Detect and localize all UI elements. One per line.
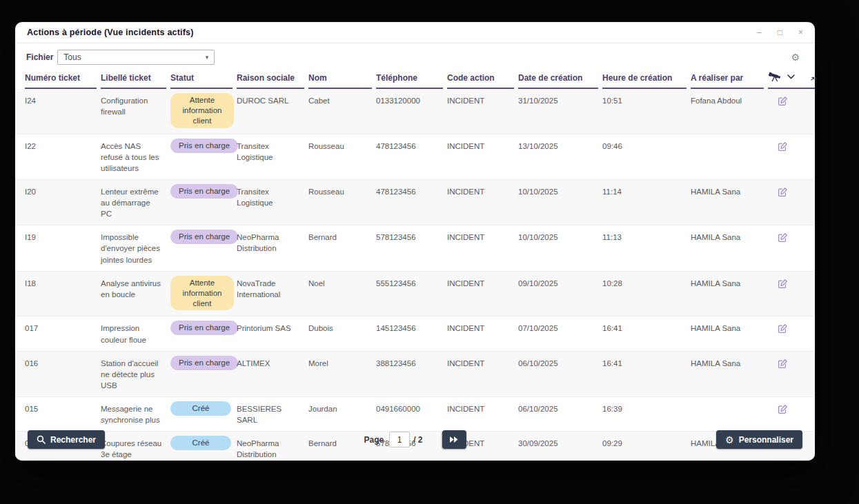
- edit-button[interactable]: [768, 397, 815, 414]
- minimize-icon[interactable]: –: [757, 28, 762, 37]
- file-filter-value: Tous: [63, 52, 81, 62]
- cell-nom: Rousseau: [308, 180, 376, 203]
- cell-statut: Créé: [170, 397, 237, 421]
- table-row[interactable]: I19 Impossible d'envoyer pièces jointes …: [15, 225, 815, 271]
- edit-button[interactable]: [768, 316, 815, 334]
- cell-telephone: 478123456: [376, 134, 447, 157]
- column-header[interactable]: Libellé ticket: [101, 69, 170, 89]
- app-window: Actions à période (Vue incidents actifs)…: [15, 22, 815, 461]
- column-header[interactable]: Raison sociale: [237, 69, 308, 89]
- personalize-button-label: Personnaliser: [739, 435, 793, 445]
- cell-telephone: 555123456: [376, 272, 447, 294]
- edit-button[interactable]: [768, 352, 815, 369]
- settings-gear-icon[interactable]: ⚙: [791, 52, 804, 62]
- status-badge: Pris en charge: [170, 321, 238, 335]
- table-row[interactable]: I20 Lenteur extrême au démarrage PC Pris…: [15, 180, 815, 225]
- cell-code-action: INCIDENT: [447, 397, 518, 420]
- search-button-label: Rechercher: [50, 435, 96, 445]
- edit-button[interactable]: [768, 225, 815, 243]
- cell-raison-sociale: BESSIERES SARL: [237, 397, 308, 431]
- cell-numero-ticket: I18: [25, 272, 101, 294]
- cell-statut: Attente information client: [170, 89, 237, 134]
- column-header[interactable]: Statut: [170, 69, 237, 89]
- next-page-button[interactable]: [442, 430, 466, 449]
- chevron-down-icon[interactable]: [787, 74, 795, 79]
- cell-a-realiser-par: HAMILA Sana: [691, 352, 768, 374]
- cell-code-action: INCIDENT: [447, 180, 518, 203]
- gear-icon: ⚙: [725, 435, 734, 445]
- personalize-button[interactable]: ⚙ Personnaliser: [716, 430, 802, 449]
- cell-libelle-ticket: Analyse antivirus en boucle: [101, 272, 170, 305]
- cell-heure-creation: 09:46: [602, 134, 691, 157]
- edit-icon: [778, 404, 788, 414]
- search-button[interactable]: Rechercher: [28, 430, 105, 449]
- collapse-icon[interactable]: [811, 73, 815, 81]
- page-input[interactable]: [389, 432, 410, 447]
- cell-a-realiser-par: HAMILA Sana: [691, 225, 768, 248]
- cell-libelle-ticket: Configuration firewall: [101, 89, 170, 123]
- telescope-icon[interactable]: [768, 72, 782, 82]
- edit-button[interactable]: [768, 180, 815, 197]
- edit-button[interactable]: [768, 272, 815, 289]
- cell-date-creation: 31/10/2025: [518, 89, 602, 112]
- table-body: I24 Configuration firewall Attente infor…: [15, 89, 815, 461]
- cell-statut: Pris en charge: [170, 225, 237, 250]
- cell-libelle-ticket: Impossible d'envoyer pièces jointes lour…: [101, 225, 170, 270]
- table-row[interactable]: I24 Configuration firewall Attente infor…: [15, 89, 815, 134]
- column-header[interactable]: Numéro ticket: [25, 69, 101, 89]
- table-row[interactable]: I22 Accès NAS refusé à tous les utilisat…: [15, 134, 815, 180]
- cell-libelle-ticket: Accès NAS refusé à tous les utilisateurs: [101, 134, 170, 179]
- column-header[interactable]: Nom: [308, 69, 376, 89]
- table-header: Numéro ticketLibellé ticketStatutRaison …: [15, 69, 815, 89]
- cell-nom: Jourdan: [308, 397, 376, 420]
- pagination: Page / 2: [364, 430, 466, 449]
- cell-code-action: INCIDENT: [447, 272, 518, 294]
- maximize-icon[interactable]: □: [778, 28, 782, 37]
- cell-nom: Rousseau: [308, 134, 376, 157]
- fast-forward-icon: [449, 436, 459, 443]
- cell-heure-creation: 10:28: [602, 272, 691, 294]
- edit-button[interactable]: [768, 89, 815, 106]
- column-header[interactable]: Heure de création: [602, 69, 691, 89]
- file-filter-select[interactable]: Tous ▾: [57, 50, 215, 65]
- cell-a-realiser-par: HAMILA Sana: [691, 272, 768, 294]
- cell-a-realiser-par: Fofana Abdoul: [691, 89, 768, 112]
- table-row[interactable]: 016 Station d'accueil ne détecte plus US…: [15, 352, 815, 397]
- cell-raison-sociale: Printorium SAS: [237, 316, 308, 339]
- file-filter-label: Fichier: [26, 52, 53, 62]
- edit-icon: [778, 279, 788, 289]
- footer-bar: Rechercher Page / 2 ⚙ Personnaliser: [15, 430, 815, 449]
- cell-code-action: INCIDENT: [447, 89, 518, 112]
- page-title: Actions à période (Vue incidents actifs): [27, 28, 194, 37]
- edit-icon: [778, 141, 788, 152]
- edit-icon: [778, 96, 788, 106]
- cell-code-action: INCIDENT: [447, 134, 518, 157]
- cell-libelle-ticket: Lenteur extrême au démarrage PC: [101, 180, 170, 225]
- cell-nom: Dubois: [308, 316, 376, 339]
- column-header[interactable]: A réaliser par: [691, 69, 768, 89]
- cell-numero-ticket: I22: [25, 134, 101, 157]
- status-badge: Pris en charge: [170, 230, 238, 244]
- cell-date-creation: 07/10/2025: [518, 316, 602, 339]
- edit-button[interactable]: [768, 134, 815, 152]
- cell-heure-creation: 10:51: [602, 89, 691, 112]
- column-header[interactable]: Téléphone: [376, 69, 447, 89]
- status-badge: Pris en charge: [170, 139, 238, 153]
- cell-date-creation: 06/10/2025: [518, 352, 602, 374]
- column-header[interactable]: Date de création: [518, 69, 602, 89]
- page-total: / 2: [413, 435, 422, 445]
- status-badge: Créé: [170, 401, 231, 416]
- table-row[interactable]: I18 Analyse antivirus en boucle Attente …: [15, 272, 815, 317]
- table-row[interactable]: 015 Messagerie ne synchronise plus Créé …: [15, 397, 815, 432]
- status-badge: Pris en charge: [170, 184, 238, 199]
- cell-heure-creation: 16:41: [602, 316, 691, 339]
- edit-icon: [778, 359, 788, 369]
- cell-telephone: 0133120000: [376, 89, 447, 112]
- column-header[interactable]: Code action: [447, 69, 518, 89]
- cell-raison-sociale: NeoPharma Distribution: [237, 225, 308, 259]
- table-row[interactable]: 017 Impression couleur floue Pris en cha…: [15, 316, 815, 351]
- cell-telephone: 0491660000: [376, 397, 447, 420]
- close-icon[interactable]: ×: [798, 28, 803, 37]
- status-badge: Attente information client: [170, 276, 234, 311]
- cell-statut: Pris en charge: [170, 316, 237, 341]
